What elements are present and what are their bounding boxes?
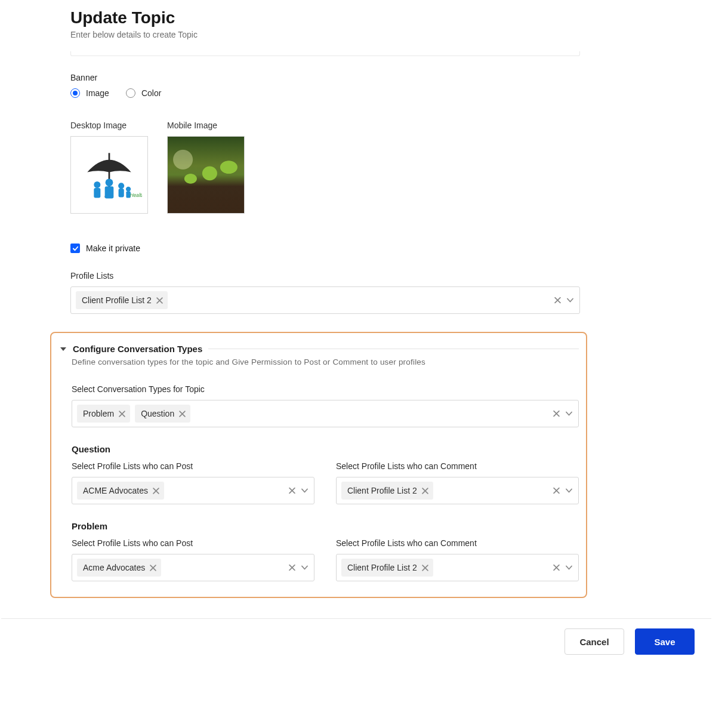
- chevron-down-icon[interactable]: [566, 411, 572, 417]
- svg-point-1: [94, 181, 100, 188]
- footer-actions: Cancel Save: [1, 618, 711, 676]
- group-heading-problem: Problem: [72, 521, 579, 531]
- tag: Client Profile List 2: [76, 291, 168, 309]
- collapse-caret-icon[interactable]: [60, 346, 67, 353]
- question-post-label: Select Profile Lists who can Post: [72, 461, 314, 471]
- svg-point-3: [106, 178, 113, 186]
- remove-tag-icon[interactable]: [422, 565, 428, 571]
- chevron-down-icon[interactable]: [567, 297, 573, 304]
- tag-label: Question: [141, 409, 174, 418]
- mobile-image-thumb[interactable]: [167, 136, 245, 214]
- tag: Problem: [77, 405, 130, 423]
- banner-option-image[interactable]: Image: [70, 88, 109, 98]
- remove-tag-icon[interactable]: [119, 411, 125, 417]
- top-divider: [70, 51, 580, 56]
- radio-icon: [70, 88, 80, 98]
- group-heading-question: Question: [72, 444, 579, 454]
- banner-radio-group: Image Color: [70, 88, 580, 98]
- tag: Client Profile List 2: [341, 482, 433, 500]
- remove-tag-icon[interactable]: [153, 488, 159, 494]
- page-subtitle: Enter below details to create Topic: [70, 30, 580, 39]
- radio-icon: [126, 88, 135, 98]
- chevron-down-icon[interactable]: [566, 488, 572, 494]
- question-post-input[interactable]: ACME Advocates: [72, 477, 314, 504]
- page-title: Update Topic: [70, 8, 580, 27]
- tag-label: Client Profile List 2: [82, 295, 152, 305]
- svg-point-7: [126, 187, 131, 192]
- svg-text:Health & C: Health & C: [130, 193, 142, 198]
- tag: Question: [135, 405, 190, 423]
- tag-label: Acme Advocates: [83, 563, 145, 572]
- desktop-image-thumb[interactable]: Health & C: [70, 136, 148, 214]
- section-subtitle: Define conversation types for the topic …: [72, 357, 579, 366]
- profile-lists-input[interactable]: Client Profile List 2: [70, 286, 580, 314]
- tag-label: Client Profile List 2: [347, 563, 417, 572]
- svg-rect-6: [119, 189, 124, 198]
- conversation-types-label: Select Conversation Types for Topic: [72, 384, 579, 394]
- remove-tag-icon[interactable]: [422, 488, 428, 494]
- tag-label: Client Profile List 2: [347, 486, 417, 495]
- save-button[interactable]: Save: [635, 628, 695, 655]
- chevron-down-icon[interactable]: [301, 565, 308, 571]
- tag-label: ACME Advocates: [83, 486, 148, 495]
- problem-comment-input[interactable]: Client Profile List 2: [336, 554, 579, 581]
- chevron-down-icon[interactable]: [566, 565, 572, 571]
- make-private-toggle[interactable]: Make it private: [70, 244, 580, 253]
- problem-post-input[interactable]: Acme Advocates: [72, 554, 314, 581]
- problem-comment-label: Select Profile Lists who can Comment: [336, 538, 579, 548]
- svg-point-5: [118, 183, 124, 189]
- clear-all-icon[interactable]: [553, 411, 560, 417]
- mobile-image-label: Mobile Image: [167, 121, 245, 130]
- question-comment-label: Select Profile Lists who can Comment: [336, 461, 579, 471]
- clear-all-icon[interactable]: [553, 488, 560, 494]
- clear-all-icon[interactable]: [553, 565, 560, 571]
- cancel-button[interactable]: Cancel: [564, 628, 624, 655]
- make-private-label: Make it private: [86, 244, 140, 253]
- banner-option-image-label: Image: [86, 88, 109, 98]
- tag: ACME Advocates: [77, 482, 164, 500]
- tag: Client Profile List 2: [341, 559, 433, 577]
- question-comment-input[interactable]: Client Profile List 2: [336, 477, 579, 504]
- tag: Acme Advocates: [77, 559, 161, 577]
- banner-option-color-label: Color: [141, 88, 161, 98]
- remove-tag-icon[interactable]: [156, 297, 163, 304]
- svg-rect-4: [105, 186, 114, 198]
- clear-all-icon[interactable]: [554, 297, 561, 304]
- clear-all-icon[interactable]: [289, 565, 295, 571]
- chevron-down-icon[interactable]: [301, 488, 308, 494]
- problem-post-label: Select Profile Lists who can Post: [72, 538, 314, 548]
- banner-label: Banner: [70, 73, 580, 82]
- remove-tag-icon[interactable]: [179, 411, 186, 417]
- banner-option-color[interactable]: Color: [126, 88, 161, 98]
- section-title: Configure Conversation Types: [73, 344, 202, 354]
- configure-conversation-types-section: Configure Conversation Types Define conv…: [50, 332, 587, 598]
- checkbox-icon: [70, 244, 80, 253]
- desktop-image-label: Desktop Image: [70, 121, 148, 130]
- section-rule: [208, 349, 579, 349]
- svg-rect-2: [94, 188, 100, 198]
- tag-label: Problem: [83, 409, 114, 418]
- profile-lists-label: Profile Lists: [70, 271, 580, 281]
- image-uploads: Desktop Image Health & C: [70, 121, 580, 214]
- clear-all-icon[interactable]: [289, 488, 295, 494]
- conversation-types-input[interactable]: Problem Question: [72, 400, 579, 427]
- remove-tag-icon[interactable]: [150, 565, 156, 571]
